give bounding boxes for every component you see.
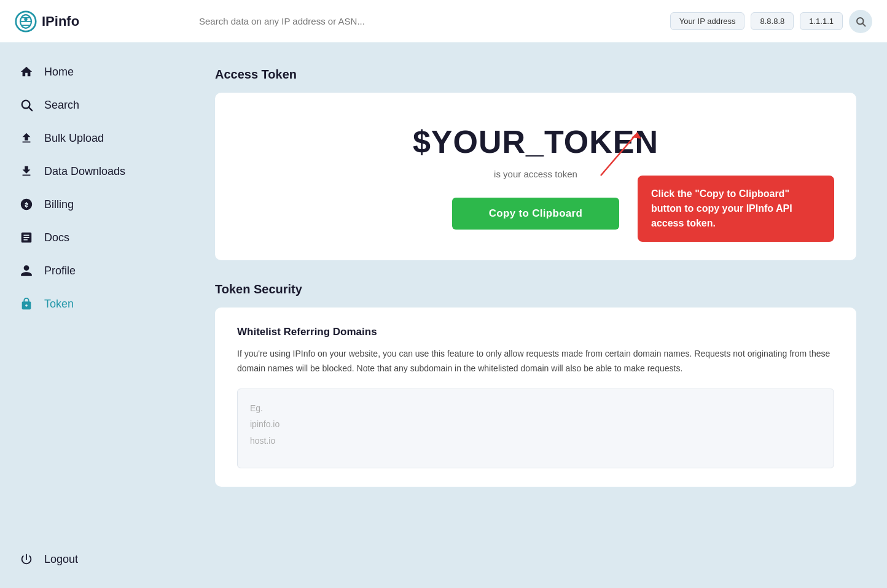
sidebar-label-data-downloads: Data Downloads <box>44 165 125 178</box>
token-subtitle: is your access token <box>494 169 577 179</box>
your-ip-button[interactable]: Your IP address <box>670 12 745 30</box>
sidebar-item-search[interactable]: Search <box>0 88 184 122</box>
content-area: Access Token $YOUR_TOKEN is your access … <box>184 43 887 588</box>
logo-area: IPinfo <box>15 10 199 33</box>
whitelist-description: If you're using IPInfo on your website, … <box>237 347 834 376</box>
person-icon <box>18 263 34 279</box>
sidebar-spacer <box>0 320 184 543</box>
sidebar-label-bulk-upload: Bulk Upload <box>44 132 104 145</box>
header-actions: Your IP address 8.8.8.8 1.1.1.1 <box>670 10 872 33</box>
ip1-button[interactable]: 8.8.8.8 <box>751 12 794 30</box>
logout-icon <box>18 551 34 567</box>
tooltip-container: Click the "Copy to Clipboard" button to … <box>638 176 834 242</box>
sidebar-item-docs[interactable]: Docs <box>0 221 184 254</box>
domain-placeholder-host: host.io <box>250 433 821 449</box>
sidebar-item-profile[interactable]: Profile <box>0 254 184 287</box>
sidebar-label-profile: Profile <box>44 265 76 277</box>
logo-icon <box>15 10 37 33</box>
sidebar-item-bulk-upload[interactable]: Bulk Upload <box>0 122 184 155</box>
access-token-title: Access Token <box>215 68 856 82</box>
token-security-title: Token Security <box>215 282 856 296</box>
sidebar: Home Search Bulk Upload Data Downloads B <box>0 43 184 588</box>
upload-icon <box>18 130 34 146</box>
search-nav-icon <box>18 97 34 113</box>
lock-icon <box>18 296 34 312</box>
sidebar-label-token: Token <box>44 298 74 311</box>
sidebar-item-billing[interactable]: Billing <box>0 188 184 221</box>
domain-placeholder-ipinfo: ipinfo.io <box>250 416 821 433</box>
sidebar-label-logout: Logout <box>44 553 78 566</box>
ip2-button[interactable]: 1.1.1.1 <box>800 12 843 30</box>
svg-line-9 <box>601 133 638 176</box>
tooltip-text: Click the "Copy to Clipboard" button to … <box>651 188 792 228</box>
svg-line-6 <box>862 23 865 26</box>
sidebar-label-home: Home <box>44 66 74 79</box>
svg-point-4 <box>24 17 27 20</box>
copy-to-clipboard-button[interactable]: Copy to Clipboard <box>452 198 619 230</box>
access-token-card: $YOUR_TOKEN is your access token Copy to… <box>215 93 856 260</box>
tooltip-arrow <box>582 126 656 182</box>
domain-placeholder-eg: Eg. <box>250 400 821 417</box>
sidebar-label-billing: Billing <box>44 198 74 211</box>
sidebar-item-token[interactable]: Token <box>0 287 184 320</box>
sidebar-item-logout[interactable]: Logout <box>0 543 184 576</box>
download-icon <box>18 163 34 179</box>
sidebar-label-search: Search <box>44 99 79 112</box>
tooltip-box: Click the "Copy to Clipboard" button to … <box>638 176 834 242</box>
billing-icon <box>18 196 34 212</box>
search-icon-button[interactable] <box>849 10 872 33</box>
whitelist-title: Whitelist Referring Domains <box>237 326 834 338</box>
header: IPinfo Your IP address 8.8.8.8 1.1.1.1 <box>0 0 887 43</box>
header-search-area <box>199 16 670 26</box>
sidebar-item-data-downloads[interactable]: Data Downloads <box>0 155 184 188</box>
domain-input-area[interactable]: Eg. ipinfo.io host.io <box>237 389 834 468</box>
svg-line-8 <box>29 107 32 110</box>
sidebar-label-docs: Docs <box>44 231 69 244</box>
home-icon <box>18 64 34 80</box>
sidebar-item-home[interactable]: Home <box>0 55 184 88</box>
token-security-card: Whitelist Referring Domains If you're us… <box>215 308 856 487</box>
main-layout: Home Search Bulk Upload Data Downloads B <box>0 43 887 588</box>
search-input[interactable] <box>199 16 432 26</box>
logo-text: IPinfo <box>42 14 79 29</box>
docs-icon <box>18 230 34 246</box>
search-icon <box>855 16 866 27</box>
